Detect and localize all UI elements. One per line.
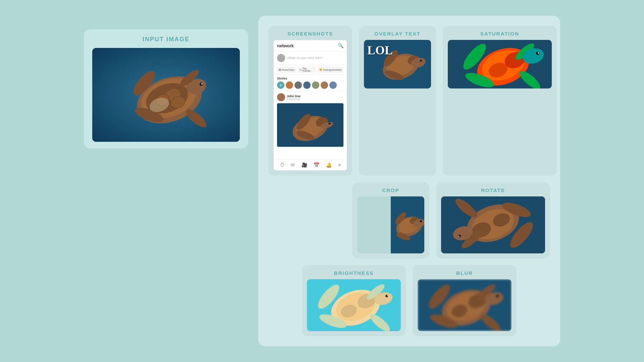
post-time: a minute ago	[287, 98, 301, 100]
user-avatar	[277, 54, 285, 62]
nav-menu-icon[interactable]: ≡	[338, 162, 341, 168]
brightness-turtle-svg	[307, 279, 401, 331]
blur-image	[418, 279, 512, 331]
crop-right-area	[391, 196, 424, 253]
middle-row: CROP	[268, 182, 550, 258]
nav-messages-icon[interactable]: ✉	[291, 162, 295, 168]
crop-title: CROP	[382, 187, 399, 193]
brightness-card: BRIGHTNESS	[302, 265, 406, 336]
blur-card: BLUR	[413, 265, 517, 336]
rotate-image	[441, 196, 545, 253]
post-user-info: John Doe a minute ago	[287, 95, 301, 100]
story-avatar-5[interactable]	[321, 81, 328, 89]
top-row: SCREENSHOTS network 🔍 Whats on your mind…	[268, 26, 550, 176]
svg-point-23	[328, 122, 330, 124]
stories-row: +	[277, 81, 343, 89]
phone-brand: network	[277, 43, 294, 48]
tag-icon: 🏷	[300, 69, 302, 71]
story-avatar-4[interactable]	[312, 81, 319, 89]
action-photo[interactable]: 🖼 Photo/Video	[277, 67, 296, 73]
bottom-row: BRIGHTNESS	[268, 265, 550, 336]
stories-section: Stories +	[274, 75, 347, 91]
action-tag[interactable]: 🏷 Tag Friends	[298, 67, 316, 73]
story-avatar-2[interactable]	[294, 81, 302, 89]
saturation-turtle-svg	[448, 40, 552, 88]
blur-title: BLUR	[456, 270, 473, 276]
phone-mockup: network 🔍 Whats on your mind John? 🖼 Pho…	[273, 40, 347, 171]
phone-actions: 🖼 Photo/Video 🏷 Tag Friends 😊 Feelings/A…	[274, 65, 347, 75]
overlay-text-title: OVERLAY TEXT	[374, 31, 420, 37]
svg-point-43	[538, 52, 539, 54]
saturation-title: SATURATION	[480, 31, 519, 37]
search-icon[interactable]: 🔍	[338, 43, 343, 48]
input-image-card: INPUT IMAGE	[84, 29, 248, 148]
overlay-lol-text: LOL	[367, 43, 393, 57]
overlay-text-card: OVERLAY TEXT LOL	[359, 26, 436, 176]
screenshots-card: SCREENSHOTS network 🔍 Whats on your mind…	[268, 26, 352, 176]
post-card: John Doe a minute ago ···	[274, 91, 347, 159]
story-avatar-1[interactable]	[286, 81, 293, 89]
right-panel: SCREENSHOTS network 🔍 Whats on your mind…	[258, 16, 560, 346]
brightness-image	[307, 279, 401, 331]
post-user-name: John Doe	[287, 95, 301, 98]
feeling-icon: 😊	[319, 68, 322, 71]
screenshots-title: SCREENSHOTS	[287, 31, 333, 37]
story-avatar-3[interactable]	[303, 81, 311, 89]
action-feeling[interactable]: 😊 Feelings/Activities	[318, 67, 343, 73]
crop-left-area	[357, 196, 391, 253]
input-image-title: INPUT IMAGE	[143, 36, 190, 43]
rotate-turtle-svg	[441, 196, 545, 253]
svg-point-10	[201, 83, 203, 84]
post-image-area	[277, 103, 343, 147]
rotate-title: ROTATE	[481, 187, 505, 193]
nav-alerts-icon[interactable]: 🔔	[326, 162, 332, 168]
svg-point-86	[496, 295, 499, 297]
post-placeholder: Whats on your mind John?	[287, 56, 323, 60]
nav-calendar-icon[interactable]: 📅	[314, 162, 319, 168]
brightness-title: BRIGHTNESS	[334, 270, 374, 276]
saturation-card: SATURATION	[443, 26, 557, 176]
saturation-image	[448, 40, 552, 88]
post-more-icon[interactable]: ···	[341, 96, 343, 99]
rotate-card: ROTATE	[436, 182, 550, 258]
crop-image	[357, 196, 424, 253]
crop-card: CROP	[352, 182, 429, 258]
phone-post-area: Whats on your mind John?	[274, 51, 347, 65]
input-image-display	[92, 48, 240, 142]
main-container: INPUT IMAGE	[77, 9, 567, 353]
phone-bottom-nav: ⏱ ✉ 🎥 📅 🔔 ≡	[274, 159, 347, 170]
nav-video-icon[interactable]: 🎥	[302, 162, 307, 168]
photo-icon: 🖼	[279, 69, 281, 71]
post-turtle-svg	[277, 104, 343, 147]
turtle-svg-input	[92, 48, 240, 142]
svg-point-63	[459, 236, 460, 237]
svg-point-51	[420, 220, 422, 222]
spacer	[268, 182, 345, 258]
overlay-image: LOL	[364, 40, 431, 88]
post-user-row: John Doe a minute ago ···	[277, 93, 343, 101]
stories-label: Stories	[277, 77, 343, 80]
story-avatar-6[interactable]	[329, 81, 337, 89]
nav-home-icon[interactable]: ⏱	[280, 162, 284, 168]
blur-turtle-svg	[418, 279, 512, 331]
svg-point-75	[387, 295, 388, 296]
add-story-button[interactable]: +	[277, 81, 284, 89]
post-user-avatar	[277, 93, 285, 101]
phone-header: network 🔍	[274, 40, 347, 51]
crop-turtle-svg	[391, 196, 424, 253]
svg-point-31	[420, 60, 422, 62]
